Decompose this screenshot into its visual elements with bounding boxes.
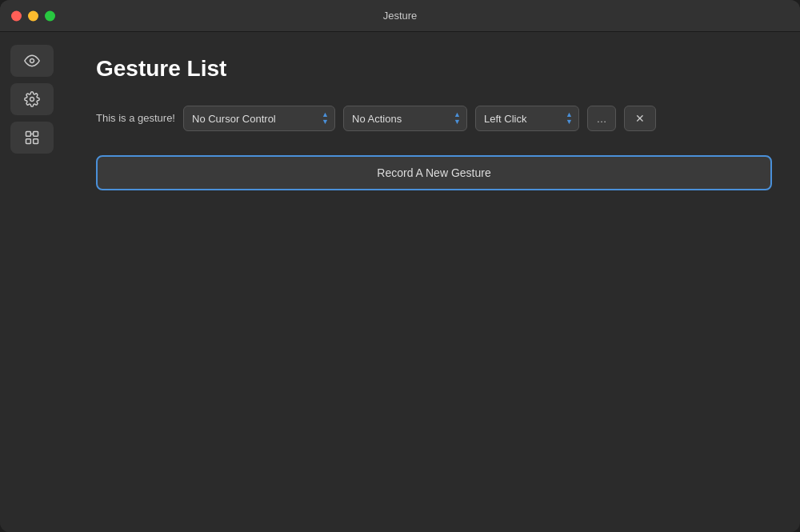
- svg-rect-3: [34, 132, 38, 137]
- svg-point-0: [30, 59, 34, 63]
- titlebar: Jesture: [0, 0, 800, 32]
- gesture-label: This is a gesture!: [96, 112, 175, 126]
- eye-button[interactable]: [10, 45, 54, 77]
- close-traffic-light[interactable]: [11, 10, 22, 21]
- svg-rect-4: [26, 139, 31, 144]
- svg-rect-5: [34, 139, 38, 144]
- delete-gesture-button[interactable]: ✕: [624, 106, 656, 131]
- click-type-select[interactable]: Left Click Right Click Middle Click: [475, 106, 579, 131]
- gear-icon: [24, 91, 40, 107]
- actions-wrapper: No Actions Actions ▲ ▼: [343, 106, 467, 131]
- window-title: Jesture: [383, 10, 418, 22]
- main-content: Gesture List This is a gesture! No Curso…: [64, 32, 800, 532]
- window-controls: [11, 10, 55, 21]
- actions-select[interactable]: No Actions Actions: [343, 106, 467, 131]
- svg-rect-2: [26, 132, 31, 137]
- minimize-traffic-light[interactable]: [28, 10, 38, 21]
- settings-button[interactable]: [10, 83, 54, 115]
- svg-point-1: [30, 98, 34, 102]
- sidebar: [0, 32, 64, 532]
- record-gesture-button[interactable]: Record A New Gesture: [96, 155, 772, 190]
- maximize-traffic-light[interactable]: [45, 10, 55, 21]
- cursor-control-select[interactable]: No Cursor Control Cursor Control: [183, 106, 335, 131]
- click-type-wrapper: Left Click Right Click Middle Click ▲ ▼: [475, 106, 579, 131]
- app-window: Jesture: [0, 0, 800, 532]
- app-body: Gesture List This is a gesture! No Curso…: [0, 32, 800, 532]
- gesture-row: This is a gesture! No Cursor Control Cur…: [96, 106, 772, 131]
- grid-button[interactable]: [10, 122, 54, 154]
- grid-icon: [24, 130, 40, 146]
- eye-icon: [24, 53, 40, 69]
- page-title: Gesture List: [96, 56, 772, 82]
- ellipsis-button[interactable]: …: [587, 106, 616, 131]
- cursor-control-wrapper: No Cursor Control Cursor Control ▲ ▼: [183, 106, 335, 131]
